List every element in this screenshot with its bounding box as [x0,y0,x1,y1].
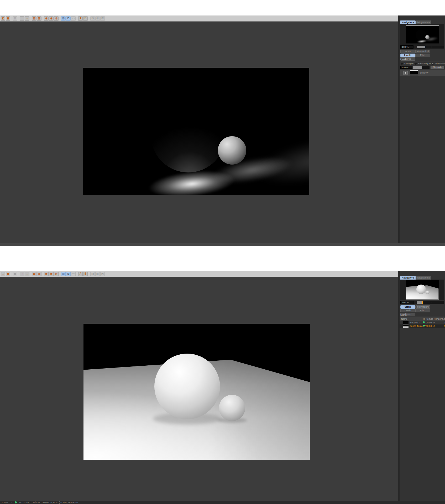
column-separator [443,318,443,321]
button-storia[interactable]: Storia [400,50,415,53]
stereo-interlaced-icon[interactable]: ◩ [100,16,105,21]
side-panel-bottom: Navigatore Istogramma 100 % ↕ Stori [400,271,445,501]
navigator-thumbnail[interactable] [406,25,439,43]
button-storia[interactable]: Storia [400,305,415,309]
stereo-anaglyph-icon[interactable]: ◨ [90,16,95,21]
set-image-a-icon[interactable]: A [78,272,83,276]
zoom-slider-fill [417,301,423,304]
large-sphere-silhouette [151,98,226,172]
layer-thumbnail [410,70,418,75]
save-image-icon[interactable]: ▣ [6,272,10,276]
radio-immagine-label: Immagine [404,62,413,65]
thumb-small-sphere [425,35,430,39]
button-livello[interactable]: Livello [400,54,415,57]
history-render-time: 00:00:47 [426,321,435,324]
column-tempo-rendering: Tempo Rendering [426,318,445,320]
toolbar-top: ◰▣▦↕↔▤▥◉◉◎◫⊟▭AB◨◧◩ [0,15,398,22]
stereo-interlaced-icon[interactable]: ◩ [100,272,105,276]
button-informazioni[interactable]: Informazioni [415,50,430,53]
side-panel-top: Navigatore Istogramma 100 % ↕ [400,15,445,243]
open-folder-icon[interactable]: ◰ [1,272,5,276]
opacity-slider-fill [413,66,422,69]
split-vertical-compare-icon[interactable]: ◫ [61,16,66,21]
tree-guide-line [402,324,402,328]
set-image-b-icon[interactable]: B [83,16,88,21]
layer-visibility-eye-icon[interactable]: ◉ [403,71,408,75]
opacity-value-field[interactable]: 100 % ↕ [400,66,412,69]
button-livello[interactable]: Livello [400,309,415,312]
set-image-a-icon[interactable]: A [78,16,83,21]
tab-istogramma[interactable]: Istogramma [416,276,432,280]
status-zoom-value[interactable]: 100 % [2,501,11,504]
viewer-statusbar-cropped [0,243,445,246]
compare-b-eye-icon[interactable]: ◉ [49,272,54,276]
radio-pass-singolo-label: Pass-Singolo [418,62,431,65]
status-divider [31,501,31,503]
button-informazioni[interactable]: Informazioni [415,305,430,309]
compare-link-eye-icon[interactable]: ◎ [54,16,59,21]
fit-image-icon[interactable]: ↕ [20,272,24,276]
ab-compare-icon[interactable]: ▭ [71,16,76,21]
stereo-side-by-side-icon[interactable]: ◧ [95,272,100,276]
frame-counter-icon[interactable]: ▦ [13,272,17,276]
set-image-b-icon[interactable]: B [83,272,88,276]
history-thumbnail [403,325,409,328]
history-render-time: 00:00:19 [426,325,435,327]
layer-stack-icon[interactable]: ▤ [32,16,36,21]
actual-size-icon[interactable]: ↔ [25,16,29,21]
stereo-anaglyph-icon[interactable]: ◨ [90,272,95,276]
split-horizontal-compare-icon[interactable]: ⊟ [66,272,71,276]
status-render-done-dot [15,501,17,503]
button-filtro[interactable]: Filtro [415,309,430,312]
zoom-value-field[interactable]: 100 % [400,301,413,304]
actual-size-icon[interactable]: ↔ [25,272,29,276]
compare-a-eye-icon[interactable]: ◉ [44,272,49,276]
layer-opacity-row: 100 % ↕ Normale [400,66,444,69]
open-folder-icon[interactable]: ◰ [1,16,5,21]
render-done-dot [423,321,425,323]
compare-link-eye-icon[interactable]: ◎ [54,272,59,276]
ab-compare-icon[interactable]: ▭ [71,272,76,276]
column-separator [425,318,425,321]
save-image-icon[interactable]: ▣ [6,16,10,21]
status-render-time: 00:00:19 [19,501,29,504]
history-row[interactable]: moseee * 00:00:47 0 [400,321,445,324]
split-vertical-compare-icon[interactable]: ◫ [61,272,66,276]
history-table-header: Nome R Tempo Rendering F [400,317,445,321]
navigator-well [400,24,444,45]
status-image-info: Misura: 1280x720, RGB (32 Bit), 16.69 MB [33,501,78,504]
layer-row-shadow[interactable]: ◉ Shadow [400,70,445,76]
navigator-well [400,280,444,300]
zoom-slider[interactable] [417,301,444,304]
tab-navigatore[interactable]: Navigatore [400,20,416,24]
remove-result-icon[interactable]: ▥ [37,272,41,276]
history-row-selected[interactable]: Senza Titolo 2 * 00:00:19 0 [400,324,445,328]
frame-counter-icon[interactable]: ▦ [13,16,17,21]
radio-multi-pass[interactable] [432,62,434,65]
zoom-slider[interactable] [417,46,444,48]
opacity-stepper-icon[interactable]: ↕ [409,66,412,69]
zoom-value-field[interactable]: 100 % [400,45,413,49]
zoom-stepper-icon[interactable]: ↕ [413,301,417,304]
stereo-side-by-side-icon[interactable]: ◧ [95,16,100,21]
status-zoom-stepper-icon[interactable]: ↕ [11,501,12,504]
tab-navigatore[interactable]: Navigatore [400,276,416,280]
button-filtro[interactable]: Filtro [415,54,430,57]
picture-viewer-top: ◰▣▦↕↔▤▥◉◉◎◫⊟▭AB◨◧◩ Navigatore Istogramma [0,15,445,246]
tab-istogramma[interactable]: Istogramma [416,20,432,24]
remove-result-icon[interactable]: ▥ [37,16,41,21]
layer-stack-icon[interactable]: ▤ [32,272,36,276]
compare-b-eye-icon[interactable]: ◉ [49,16,54,21]
zoom-stepper-icon[interactable]: ↕ [413,46,417,48]
compare-a-eye-icon[interactable]: ◉ [44,16,49,21]
opacity-slider[interactable] [413,66,430,69]
fit-image-icon[interactable]: ↕ [20,16,24,21]
tree-guide-line [402,70,402,76]
render-image-full [83,324,310,460]
blend-mode-dropdown[interactable]: Normale [431,66,444,69]
navigator-thumbnail[interactable] [406,280,439,300]
radio-pass-singolo[interactable] [415,62,417,65]
radio-immagine[interactable] [401,62,403,65]
opacity-value: 100 % [402,66,409,69]
split-horizontal-compare-icon[interactable]: ⊟ [66,16,71,21]
